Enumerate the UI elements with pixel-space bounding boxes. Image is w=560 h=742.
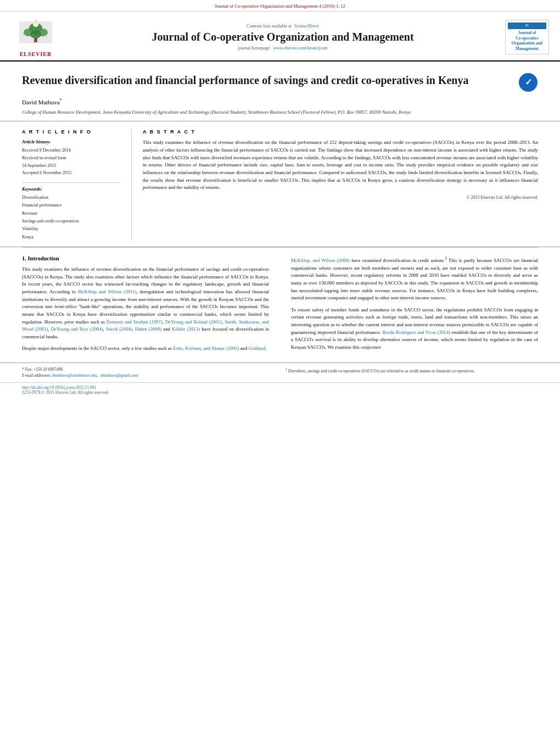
- copyright-notice: © 2015 Elsevier Ltd. All rights reserved…: [143, 195, 538, 200]
- keywords-list: Diversification Financial performance Re…: [22, 194, 120, 241]
- footnote-right: 1 Elsewhere, savings and credit co-opera…: [285, 366, 538, 379]
- svg-text:✓: ✓: [525, 77, 532, 87]
- issn-text: 2213-297X/© 2015 Elsevier Ltd. All right…: [22, 390, 538, 395]
- article-dates: Received 9 December 2014 Received in rev…: [22, 147, 120, 176]
- ref-stiroh[interactable]: Stiroh (2004): [106, 326, 132, 332]
- journal-homepage: journal homepage: www.elsevier.com/locat…: [67, 46, 499, 51]
- journal-header: 🌿 ELSEVIER Contents lists available at S…: [0, 12, 560, 62]
- contents-line: Contents lists available at ScienceDirec…: [67, 24, 499, 29]
- main-body: 1. Introduction This study examines the …: [0, 248, 560, 362]
- article-info-abstract: A R T I C L E I N F O Article history: R…: [0, 121, 560, 247]
- bottom-bar: http://dx.doi.org/10.1016/j.jcom.2015.11…: [0, 382, 560, 397]
- elsevier-brand: ELSEVIER: [20, 51, 52, 57]
- journal-title: Journal of Co-operative Organization and…: [67, 31, 499, 43]
- svg-point-5: [30, 31, 41, 38]
- right-para2: To ensure safety of member funds and sou…: [291, 306, 538, 352]
- abstract-heading: A B S T R A C T: [143, 129, 538, 135]
- right-column: McKillop, and Wilson (2008) have examine…: [285, 255, 538, 357]
- sciencedirect-link[interactable]: ScienceDirect: [294, 24, 319, 29]
- abstract-panel: A B S T R A C T This study examines the …: [132, 129, 538, 241]
- abstract-text: This study examines the influence of rev…: [143, 139, 538, 191]
- article-info-panel: A R T I C L E I N F O Article history: R…: [22, 129, 132, 241]
- left-column: 1. Introduction This study examines the …: [22, 255, 275, 357]
- journal-reference-bar: Journal of Co-operative Organization and…: [0, 0, 560, 12]
- right-para1: McKillop, and Wilson (2008) have examine…: [291, 255, 538, 302]
- ref-demsetz-strahan[interactable]: Demsetz and Strahan (1997): [107, 319, 163, 325]
- footnote-email: E-mail addresses: dmathuva@strathmore.ed…: [22, 372, 275, 378]
- article-title-section: Revenue diversification and financial pe…: [0, 62, 560, 121]
- svg-point-7: [33, 23, 38, 27]
- ref-borda-rodriguez[interactable]: Borda-Rodriguez and Vicar (2014): [382, 330, 450, 335]
- author-affiliation: College of Human Resource Development, J…: [22, 109, 538, 116]
- doi-anchor[interactable]: http://dx.doi.org/10.1016/j.jcom.2015.11…: [22, 385, 96, 390]
- ref-mckillop-wilson-2011[interactable]: McKillop and Wilson (2011): [78, 289, 137, 294]
- svg-rect-6: [34, 38, 37, 42]
- author-name: David Mathuva*: [22, 98, 538, 105]
- ref-deyoung-rice[interactable]: DeYoung and Rice (2004): [51, 326, 103, 332]
- footnote-1: 1 Elsewhere, savings and credit co-opera…: [285, 366, 538, 374]
- ref-esho[interactable]: Esho, Kofman, and Sharpe (2005): [173, 345, 239, 351]
- email-link-1[interactable]: dmathuva@strathmore.edu: [52, 373, 97, 378]
- footnotes-section: * Fax: +254 20 6007498. E-mail addresses…: [0, 362, 560, 382]
- ref-hahm[interactable]: Hahm (2008): [135, 326, 161, 332]
- journal-homepage-link[interactable]: www.elsevier.com/locate/jcom: [273, 46, 328, 51]
- keywords-title: Keywords:: [22, 186, 120, 192]
- ref-goddard[interactable]: Goddard,: [249, 345, 267, 351]
- ref-deyoung-roland[interactable]: DeYoung and Roland (2001): [165, 319, 222, 325]
- journal-reference-link[interactable]: Journal of Co-operative Organization and…: [215, 3, 345, 9]
- article-info-heading: A R T I C L E I N F O: [22, 129, 120, 135]
- journal-logo-right: JC Journal of Co-operative Organization …: [505, 20, 549, 54]
- crossmark-icon: ✓: [518, 72, 538, 92]
- journal-center: Contents lists available at ScienceDirec…: [67, 24, 499, 51]
- doi-link[interactable]: http://dx.doi.org/10.1016/j.jcom.2015.11…: [22, 385, 538, 390]
- email-link-2[interactable]: dmathuva@gmail.com: [100, 373, 138, 378]
- elsevier-logo: 🌿 ELSEVIER: [11, 17, 60, 57]
- intro-para2: Despite major developments in the SACCO …: [22, 345, 269, 353]
- ref-mckillop-wilson-2008[interactable]: McKillop, and Wilson (2008): [291, 258, 350, 263]
- footnote-left: * Fax: +254 20 6007498. E-mail addresses…: [22, 366, 275, 379]
- footnote-asterisk: * Fax: +254 20 6007498.: [22, 366, 275, 372]
- article-main-title: Revenue diversification and financial pe…: [22, 72, 538, 92]
- intro-title: 1. Introduction: [22, 255, 269, 261]
- intro-para1: This study examines the influence of rev…: [22, 266, 269, 341]
- ref-kohler[interactable]: Köhler (2013): [172, 326, 200, 332]
- article-history-title: Article history:: [22, 139, 120, 144]
